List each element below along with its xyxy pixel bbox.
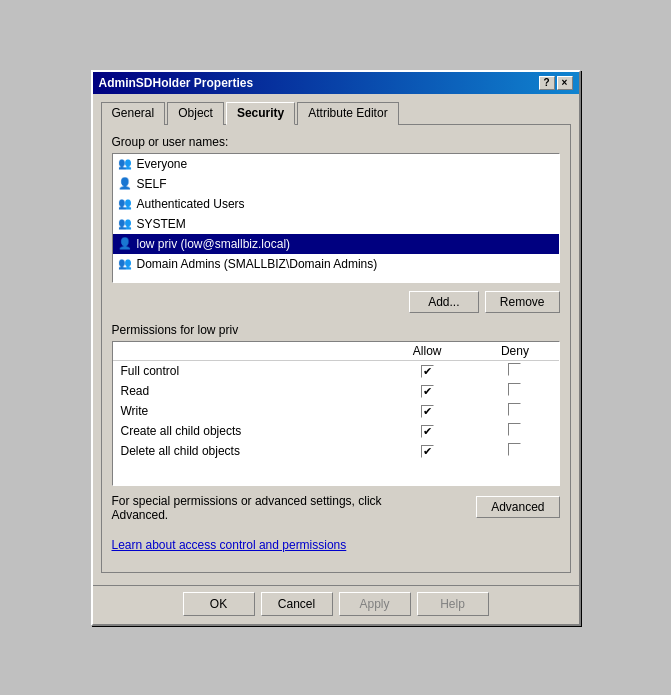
user-list[interactable]: 👥 Everyone 👤 SELF 👥 Authenticated Users … <box>112 153 560 283</box>
deny-checkbox[interactable] <box>508 403 521 416</box>
allow-checkbox[interactable]: ✔ <box>421 425 434 438</box>
tab-panel-security: Group or user names: 👥 Everyone 👤 SELF 👥… <box>101 124 571 573</box>
group-icon: 👥 <box>117 256 133 272</box>
perm-allow[interactable]: ✔ <box>383 441 471 461</box>
group-icon: 👥 <box>117 216 133 232</box>
title-bar: AdminSDHolder Properties ? × <box>93 72 579 94</box>
user-icon: 👤 <box>117 176 133 192</box>
user-icon: 👤 <box>117 236 133 252</box>
tab-security[interactable]: Security <box>226 102 295 125</box>
perm-name: Read <box>113 381 384 401</box>
permissions-label: Permissions for low priv <box>112 323 560 337</box>
col-permission <box>113 342 384 361</box>
perm-deny[interactable] <box>471 381 558 401</box>
advanced-row: For special permissions or advanced sett… <box>112 494 560 530</box>
allow-checkbox[interactable]: ✔ <box>421 385 434 398</box>
help-bottom-button[interactable]: Help <box>417 592 489 616</box>
advanced-button[interactable]: Advanced <box>476 496 559 518</box>
tab-attribute-editor[interactable]: Attribute Editor <box>297 102 398 125</box>
apply-button[interactable]: Apply <box>339 592 411 616</box>
col-allow: Allow <box>383 342 471 361</box>
bottom-buttons: OK Cancel Apply Help <box>93 585 579 624</box>
perm-deny[interactable] <box>471 401 558 421</box>
tab-general[interactable]: General <box>101 102 166 125</box>
deny-checkbox[interactable] <box>508 443 521 456</box>
tab-object[interactable]: Object <box>167 102 224 125</box>
user-name: Authenticated Users <box>137 197 245 211</box>
user-name: SYSTEM <box>137 217 186 231</box>
perm-allow[interactable]: ✔ <box>383 421 471 441</box>
group-label: Group or user names: <box>112 135 560 149</box>
perm-allow[interactable]: ✔ <box>383 381 471 401</box>
list-item[interactable]: 👤 SELF <box>113 174 559 194</box>
table-row: Full control ✔ <box>113 360 559 381</box>
close-button[interactable]: × <box>557 76 573 90</box>
perm-allow[interactable]: ✔ <box>383 401 471 421</box>
user-name: Domain Admins (SMALLBIZ\Domain Admins) <box>137 257 378 271</box>
allow-checkbox[interactable]: ✔ <box>421 365 434 378</box>
allow-checkbox[interactable]: ✔ <box>421 405 434 418</box>
perm-deny[interactable] <box>471 360 558 381</box>
user-name: Everyone <box>137 157 188 171</box>
access-control-link[interactable]: Learn about access control and permissio… <box>112 538 560 552</box>
col-deny: Deny <box>471 342 558 361</box>
deny-checkbox[interactable] <box>508 383 521 396</box>
list-item[interactable]: 👥 Authenticated Users <box>113 194 559 214</box>
remove-button[interactable]: Remove <box>485 291 560 313</box>
user-name: low priv (low@smallbiz.local) <box>137 237 291 251</box>
cancel-button[interactable]: Cancel <box>261 592 333 616</box>
user-buttons: Add... Remove <box>112 291 560 313</box>
deny-checkbox[interactable] <box>508 363 521 376</box>
title-bar-buttons: ? × <box>539 76 573 90</box>
list-item[interactable]: 👥 Domain Admins (SMALLBIZ\Domain Admins) <box>113 254 559 274</box>
table-row: Write ✔ <box>113 401 559 421</box>
list-item-selected[interactable]: 👤 low priv (low@smallbiz.local) <box>113 234 559 254</box>
permissions-table-wrapper: Allow Deny Full control ✔ Read ✔ <box>112 341 560 486</box>
perm-deny[interactable] <box>471 441 558 461</box>
tabs: General Object Security Attribute Editor <box>101 102 571 125</box>
group-icon: 👥 <box>117 156 133 172</box>
dialog-title: AdminSDHolder Properties <box>99 76 254 90</box>
allow-checkbox[interactable]: ✔ <box>421 445 434 458</box>
perm-deny[interactable] <box>471 421 558 441</box>
list-item[interactable]: 👥 SYSTEM <box>113 214 559 234</box>
perm-allow[interactable]: ✔ <box>383 360 471 381</box>
perm-name: Full control <box>113 360 384 381</box>
table-row: Delete all child objects ✔ <box>113 441 559 461</box>
table-row: Read ✔ <box>113 381 559 401</box>
user-name: SELF <box>137 177 167 191</box>
dialog-content: General Object Security Attribute Editor… <box>93 94 579 581</box>
ok-button[interactable]: OK <box>183 592 255 616</box>
add-button[interactable]: Add... <box>409 291 479 313</box>
help-button[interactable]: ? <box>539 76 555 90</box>
perm-name: Write <box>113 401 384 421</box>
table-row: Create all child objects ✔ <box>113 421 559 441</box>
dialog-window: AdminSDHolder Properties ? × General Obj… <box>91 70 581 626</box>
deny-checkbox[interactable] <box>508 423 521 436</box>
special-text: For special permissions or advanced sett… <box>112 494 422 522</box>
list-item[interactable]: 👥 Everyone <box>113 154 559 174</box>
permissions-table: Allow Deny Full control ✔ Read ✔ <box>113 342 559 461</box>
perm-name: Create all child objects <box>113 421 384 441</box>
perm-name: Delete all child objects <box>113 441 384 461</box>
group-icon: 👥 <box>117 196 133 212</box>
